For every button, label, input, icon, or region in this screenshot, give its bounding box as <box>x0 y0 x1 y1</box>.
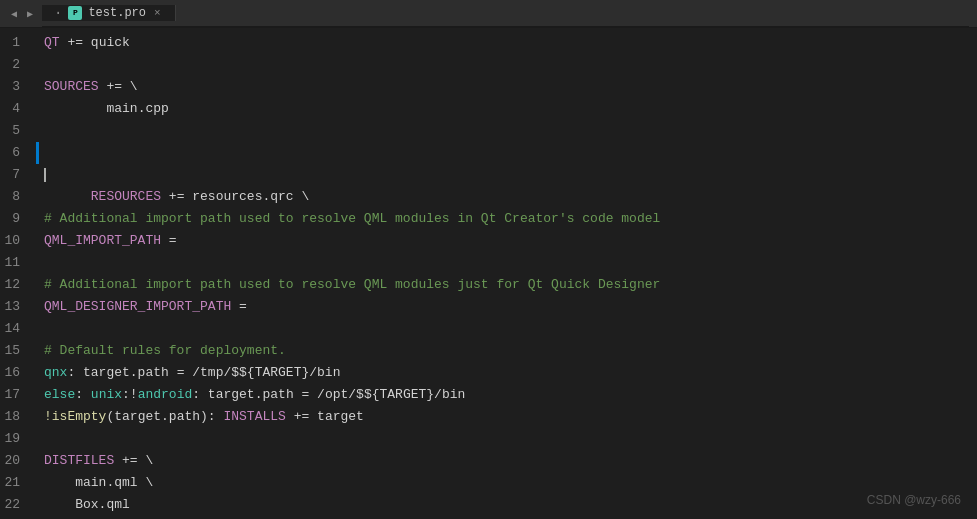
code-line-15: # Default rules for deployment. <box>44 340 977 362</box>
ln-5: 5 <box>0 120 28 142</box>
ln-15: 15 <box>0 340 28 362</box>
ln-21: 21 <box>0 472 28 494</box>
ln-22: 22 <box>0 494 28 516</box>
tab-dot-icon: · <box>54 5 62 21</box>
file-tab[interactable]: · P test.pro × <box>42 5 176 21</box>
code-line-21: main.qml \ <box>44 472 977 494</box>
code-line-2 <box>44 54 977 76</box>
ln-18: 18 <box>0 406 28 428</box>
ln-3: 3 <box>0 76 28 98</box>
code-line-5 <box>44 120 977 142</box>
code-line-10: QML_IMPORT_PATH = <box>44 230 977 252</box>
code-content[interactable]: QT += quick SOURCES += \ main.cpp RESOUR… <box>36 28 977 519</box>
code-line-3: SOURCES += \ <box>44 76 977 98</box>
ln-2: 2 <box>0 54 28 76</box>
back-btn[interactable]: ◀ <box>8 8 20 20</box>
ln-14: 14 <box>0 318 28 340</box>
tab-close-btn[interactable]: × <box>152 5 163 21</box>
code-line-22: Box.qml <box>44 494 977 516</box>
tab-filename: test.pro <box>88 6 146 20</box>
code-line-18: !isEmpty(target.path): INSTALLS += targe… <box>44 406 977 428</box>
ln-4: 4 <box>0 98 28 120</box>
forward-btn[interactable]: ▶ <box>24 8 36 20</box>
file-type-icon: P <box>68 6 82 20</box>
code-line-17: else: unix:!android: target.path = /opt/… <box>44 384 977 406</box>
code-line-7 <box>44 164 977 186</box>
code-line-1: QT += quick <box>44 32 977 54</box>
ln-17: 17 <box>0 384 28 406</box>
ln-10: 10 <box>0 230 28 252</box>
code-line-4: main.cpp <box>44 98 977 120</box>
ln-19: 19 <box>0 428 28 450</box>
line-numbers: 1 2 3 4 5 6 7 8 9 10 11 12 13 14 15 16 1… <box>0 28 36 519</box>
ln-9: 9 <box>0 208 28 230</box>
code-line-16: qnx: target.path = /tmp/$${TARGET}/bin <box>44 362 977 384</box>
ln-6: 6 <box>0 142 28 164</box>
ln-1: 1 <box>0 32 28 54</box>
ln-16: 16 <box>0 362 28 384</box>
ln-13: 13 <box>0 296 28 318</box>
code-line-19 <box>44 428 977 450</box>
code-line-13: QML_DESIGNER_IMPORT_PATH = <box>44 296 977 318</box>
code-line-9: # Additional import path used to resolve… <box>44 208 977 230</box>
code-line-20: DISTFILES += \ <box>44 450 977 472</box>
ln-8: 8 <box>0 186 28 208</box>
code-line-14 <box>44 318 977 340</box>
ln-20: 20 <box>0 450 28 472</box>
ln-11: 11 <box>0 252 28 274</box>
code-line-12: # Additional import path used to resolve… <box>44 274 977 296</box>
code-line-11 <box>44 252 977 274</box>
ln-12: 12 <box>0 274 28 296</box>
ln-7: 7 <box>0 164 28 186</box>
title-bar: ◀ ▶ · P test.pro × <box>0 0 977 28</box>
code-line-6: RESOURCES += resources.qrc \ <box>44 142 977 164</box>
editor: 1 2 3 4 5 6 7 8 9 10 11 12 13 14 15 16 1… <box>0 28 977 519</box>
